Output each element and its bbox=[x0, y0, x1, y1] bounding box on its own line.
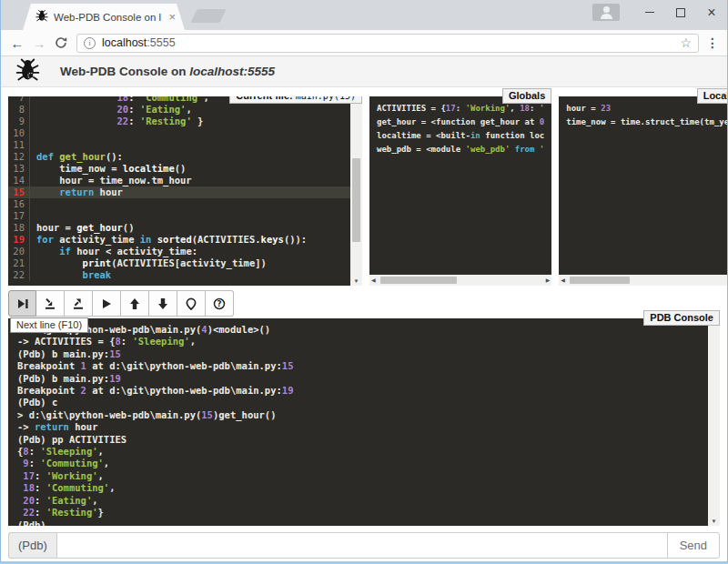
line-number: 17 bbox=[8, 210, 30, 222]
globals-horizontal-scrollbar[interactable]: ◀ ▶ bbox=[369, 275, 551, 286]
line-text: (Pdb) pp ACTIVITIES bbox=[17, 434, 126, 445]
minimize-button[interactable] bbox=[634, 0, 665, 25]
line-text: hour = 23 bbox=[566, 104, 611, 113]
url-text: localhost:5555 bbox=[102, 36, 176, 49]
next-line-tooltip: Next line (F10) bbox=[10, 317, 88, 333]
line-text: 17: 'Working', bbox=[17, 470, 104, 481]
console-line: (Pdb) b main.py:15 bbox=[17, 348, 708, 360]
svg-text:?: ? bbox=[217, 299, 222, 308]
maximize-button[interactable] bbox=[665, 0, 696, 25]
code-line: 8 20: 'Eating', bbox=[8, 104, 350, 116]
code-line: 9 22: 'Resting' } bbox=[8, 116, 350, 127]
continue-button[interactable] bbox=[93, 290, 121, 317]
code-line: 22 break bbox=[8, 269, 350, 281]
down-stack-button[interactable] bbox=[149, 290, 177, 317]
line-text: hour = get_hour() bbox=[36, 222, 135, 234]
line-number: 21 bbox=[8, 257, 30, 269]
line-text: 18: 'Commuting', bbox=[36, 96, 209, 104]
source-vertical-scrollbar[interactable]: ▲ ▼ bbox=[350, 96, 362, 286]
close-button[interactable]: × bbox=[696, 0, 727, 25]
where-button[interactable] bbox=[177, 290, 206, 317]
browser-menu-icon[interactable]: ⋮ bbox=[703, 35, 722, 50]
code-line: 12def get_hour(): bbox=[8, 151, 350, 163]
console-vertical-scrollbar[interactable]: ▲ ▼ bbox=[708, 318, 720, 526]
map-marker-icon bbox=[185, 297, 197, 310]
line-text: break bbox=[36, 269, 111, 281]
line-text: hour = time_now.tm_hour bbox=[36, 175, 192, 186]
scroll-thumb[interactable] bbox=[352, 158, 360, 242]
person-icon bbox=[603, 6, 610, 13]
line-number: 20 bbox=[8, 246, 30, 257]
forward-button[interactable]: → bbox=[28, 36, 50, 50]
send-button[interactable]: Send bbox=[667, 532, 720, 559]
scroll-right-icon[interactable]: ▶ bbox=[546, 275, 551, 286]
console-line: Breakpoint 1 at d:\git\python-web-pdb\ma… bbox=[17, 360, 708, 372]
return-button[interactable] bbox=[65, 290, 93, 317]
line-text: (Pdb) bbox=[17, 519, 46, 527]
line-text: -> ACTIVITIES = {8: 'Sleeping', bbox=[17, 336, 196, 347]
line-text: {8: 'Sleeping', bbox=[17, 446, 104, 457]
line-text: if hour < activity_time: bbox=[36, 246, 197, 257]
code-line: 10 bbox=[8, 127, 350, 139]
line-text: 22: 'Resting' } bbox=[36, 116, 203, 127]
line-text: -> return hour bbox=[17, 421, 98, 432]
page-title: Web-PDB Console on localhost:5555 bbox=[60, 65, 275, 78]
up-stack-button[interactable] bbox=[121, 290, 149, 317]
scroll-thumb[interactable] bbox=[380, 277, 457, 284]
locals-panel: Locals hour = 23time_now = time.struct_t… bbox=[559, 96, 728, 286]
locals-horizontal-scrollbar[interactable]: ◀ ▶ bbox=[559, 275, 728, 286]
line-number: 10 bbox=[8, 127, 30, 139]
panels-row: Current file: main.py(15) 7 18: 'Commuti… bbox=[1, 87, 727, 286]
line-text: (Pdb) c bbox=[17, 397, 57, 408]
line-number: 18 bbox=[8, 222, 30, 234]
locals-line: time_now = time.struct_time(tm_yea bbox=[566, 116, 728, 129]
command-input[interactable] bbox=[56, 532, 668, 559]
line-text bbox=[36, 198, 42, 210]
back-button[interactable]: ← bbox=[6, 36, 28, 50]
scroll-left-icon[interactable]: ◀ bbox=[371, 275, 376, 286]
source-panel: Current file: main.py(15) 7 18: 'Commuti… bbox=[8, 96, 362, 286]
new-tab-button[interactable] bbox=[190, 9, 226, 23]
tab-close-icon[interactable]: × bbox=[167, 11, 177, 23]
help-button[interactable]: ? bbox=[206, 290, 234, 317]
code-line: 20 if hour < activity_time: bbox=[8, 246, 350, 257]
browser-navbar: ← → i localhost:5555 ☆ ⋮ bbox=[1, 30, 727, 56]
line-number: 14 bbox=[8, 175, 30, 186]
line-text: 9: 'Commuting', bbox=[17, 458, 109, 468]
code-line: 16 bbox=[8, 198, 350, 210]
line-number: 9 bbox=[8, 116, 30, 127]
console-line: > d:\git\python-web-pdb\main.py(4)<modul… bbox=[17, 324, 708, 336]
pdb-console-label: PDB Console bbox=[643, 310, 720, 326]
url-bar[interactable]: i localhost:5555 ☆ bbox=[76, 34, 699, 53]
help-icon: ? bbox=[213, 297, 226, 310]
scroll-down-icon[interactable]: ▼ bbox=[350, 277, 362, 285]
scroll-left-icon[interactable]: ◀ bbox=[561, 275, 565, 286]
profile-button[interactable] bbox=[592, 4, 620, 21]
globals-label: Globals bbox=[502, 88, 551, 104]
bookmark-star-icon[interactable]: ☆ bbox=[680, 36, 692, 49]
line-text: print(ACTIVITIES[activity_time]) bbox=[36, 257, 267, 269]
reload-icon bbox=[55, 36, 67, 49]
line-text: Breakpoint 2 at d:\git\python-web-pdb\ma… bbox=[17, 385, 293, 396]
bug-logo-icon bbox=[15, 57, 40, 86]
console-line: (Pdb) b main.py:19 bbox=[17, 373, 708, 385]
console-line: 9: 'Commuting', bbox=[17, 458, 708, 469]
breakpoint-line-number: 15 bbox=[8, 186, 30, 198]
code-line: 17 bbox=[8, 210, 350, 222]
next-line-button[interactable] bbox=[8, 290, 36, 317]
code-line: 13 time_now = localtime() bbox=[8, 163, 350, 175]
scroll-down-icon[interactable]: ▼ bbox=[708, 518, 720, 525]
scroll-thumb[interactable] bbox=[570, 277, 630, 284]
step-out-icon bbox=[72, 297, 85, 310]
step-next-icon bbox=[16, 297, 29, 310]
arrow-down-icon bbox=[157, 297, 169, 310]
info-icon[interactable]: i bbox=[84, 37, 96, 49]
bug-favicon-icon bbox=[35, 9, 48, 25]
reload-button[interactable] bbox=[50, 36, 72, 49]
breakpoint-line-number: 19 bbox=[8, 234, 30, 246]
code-line: 21 print(ACTIVITIES[activity_time]) bbox=[8, 257, 350, 269]
line-text: 20: 'Eating', bbox=[36, 104, 192, 116]
browser-tab[interactable]: Web-PDB Console on loc × bbox=[23, 4, 185, 30]
step-into-button[interactable] bbox=[36, 290, 65, 317]
line-text: def get_hour(): bbox=[36, 151, 123, 163]
